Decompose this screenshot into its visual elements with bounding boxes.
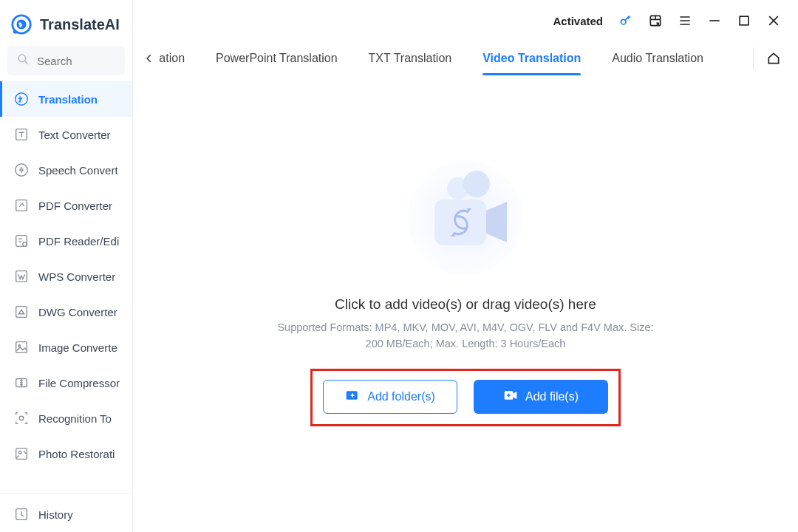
svg-point-24 xyxy=(463,171,490,197)
sidebar-item-pdf-converter[interactable]: PDF Converter xyxy=(0,188,132,223)
tab-txt-translation[interactable]: TXT Translation xyxy=(369,41,452,75)
sidebar-scroll: Translation Text Converter Speech Conver… xyxy=(0,81,132,493)
tab-label: TXT Translation xyxy=(369,52,452,65)
recognition-icon xyxy=(13,410,30,426)
sidebar-item-history[interactable]: History xyxy=(0,497,132,532)
drop-title: Click to add video(s) or drag video(s) h… xyxy=(335,296,596,313)
svg-point-1 xyxy=(16,19,26,29)
maximize-icon[interactable] xyxy=(736,13,752,29)
drop-zone[interactable]: Click to add video(s) or drag video(s) h… xyxy=(273,159,658,426)
sidebar-item-label: Text Converter xyxy=(38,129,111,141)
sidebar-item-recognition[interactable]: Recognition To xyxy=(0,400,132,436)
svg-rect-21 xyxy=(740,16,748,25)
sidebar-item-label: File Compressor xyxy=(38,377,120,389)
sidebar-item-label: History xyxy=(38,508,73,521)
pdf-converter-icon xyxy=(13,197,30,214)
sidebar-item-text-converter[interactable]: Text Converter xyxy=(0,117,132,152)
sidebar: TranslateAI Translation xyxy=(0,0,133,532)
share-icon[interactable] xyxy=(647,13,664,29)
brand: TranslateAI xyxy=(0,0,132,46)
text-converter-icon xyxy=(13,126,30,143)
sidebar-item-label: Image Converte xyxy=(38,341,117,354)
tab-word-translation[interactable]: anslation xyxy=(160,41,185,75)
main: Activated xyxy=(133,0,798,532)
sidebar-item-pdf-reader[interactable]: PDF Reader/Edi xyxy=(0,223,132,259)
folder-plus-icon xyxy=(345,389,360,405)
home-icon[interactable] xyxy=(765,50,782,66)
search-input[interactable] xyxy=(37,55,116,67)
button-label: Add folder(s) xyxy=(367,390,435,403)
sidebar-item-photo-restoration[interactable]: Photo Restorati xyxy=(0,436,132,471)
translate-icon xyxy=(13,91,30,107)
tab-label: PowerPoint Translation xyxy=(216,52,338,65)
brand-logo-icon xyxy=(10,13,33,35)
topbar: Activated xyxy=(133,0,798,41)
svg-point-15 xyxy=(19,416,24,420)
sidebar-item-label: WPS Converter xyxy=(38,270,115,283)
sidebar-item-label: PDF Converter xyxy=(38,200,112,212)
file-compressor-icon xyxy=(13,375,30,391)
tab-label: Video Translation xyxy=(482,52,581,65)
tab-label: anslation xyxy=(160,52,185,65)
svg-rect-11 xyxy=(16,307,27,318)
sidebar-item-translation[interactable]: Translation xyxy=(0,81,132,117)
svg-point-19 xyxy=(621,19,626,24)
tab-divider xyxy=(753,47,754,69)
minimize-icon[interactable] xyxy=(706,13,723,29)
search-icon xyxy=(16,52,30,69)
sidebar-item-label: Translation xyxy=(38,93,98,106)
sidebar-item-label: DWG Converter xyxy=(38,306,117,318)
tabs: anslation PowerPoint Translation TXT Tra… xyxy=(160,41,741,75)
tab-powerpoint-translation[interactable]: PowerPoint Translation xyxy=(216,41,338,75)
sidebar-item-truncated[interactable] xyxy=(0,471,132,485)
sidebar-bottom: History xyxy=(0,493,132,532)
sidebar-nav: Translation Text Converter Speech Conver… xyxy=(0,81,132,532)
key-icon[interactable] xyxy=(618,13,634,29)
sidebar-item-label: Photo Restorati xyxy=(38,448,115,460)
sidebar-item-label: Speech Convert xyxy=(38,164,118,177)
search-box[interactable] xyxy=(7,46,125,75)
svg-point-2 xyxy=(18,55,26,62)
sidebar-item-image-converter[interactable]: Image Converte xyxy=(0,330,132,365)
svg-rect-8 xyxy=(16,236,27,247)
drop-subtitle: Supported Formats: MP4, MKV, MOV, AVI, M… xyxy=(273,320,658,352)
tab-audio-translation[interactable]: Audio Translation xyxy=(612,41,703,75)
add-folder-button[interactable]: Add folder(s) xyxy=(323,380,457,414)
svg-rect-25 xyxy=(434,200,486,245)
dwg-converter-icon xyxy=(13,304,30,320)
sidebar-item-dwg-converter[interactable]: DWG Converter xyxy=(0,294,132,330)
svg-rect-12 xyxy=(16,342,27,353)
sidebar-item-file-compressor[interactable]: File Compressor xyxy=(0,365,132,400)
svg-rect-7 xyxy=(16,200,27,211)
history-icon xyxy=(13,506,30,522)
tab-label: Audio Translation xyxy=(612,52,703,65)
svg-point-9 xyxy=(23,242,27,247)
tab-scroll-left[interactable] xyxy=(139,48,160,69)
button-row-highlight: Add folder(s) Add file(s) xyxy=(310,369,621,426)
menu-icon[interactable] xyxy=(677,13,693,29)
video-illustration-icon xyxy=(406,159,525,277)
close-icon[interactable] xyxy=(765,13,782,29)
svg-line-3 xyxy=(25,61,28,64)
tab-row: anslation PowerPoint Translation TXT Tra… xyxy=(133,41,798,75)
add-file-button[interactable]: Add file(s) xyxy=(474,380,608,414)
tab-video-translation[interactable]: Video Translation xyxy=(482,41,581,75)
speech-convert-icon xyxy=(13,162,30,178)
pdf-reader-icon xyxy=(13,233,30,249)
svg-point-17 xyxy=(18,451,21,454)
status-text: Activated xyxy=(553,15,603,27)
button-label: Add file(s) xyxy=(525,390,579,403)
content: Click to add video(s) or drag video(s) h… xyxy=(133,75,798,532)
app-window: TranslateAI Translation xyxy=(0,0,798,532)
brand-name: TranslateAI xyxy=(40,16,120,33)
image-converter-icon xyxy=(13,339,30,355)
sidebar-item-label: Recognition To xyxy=(38,412,112,425)
sidebar-item-label: PDF Reader/Edi xyxy=(38,235,119,248)
photo-restoration-icon xyxy=(13,446,30,462)
sidebar-item-wps-converter[interactable]: WPS Converter xyxy=(0,259,132,294)
video-plus-icon xyxy=(503,389,518,405)
sidebar-item-speech-convert[interactable]: Speech Convert xyxy=(0,152,132,188)
wps-converter-icon xyxy=(13,268,30,284)
